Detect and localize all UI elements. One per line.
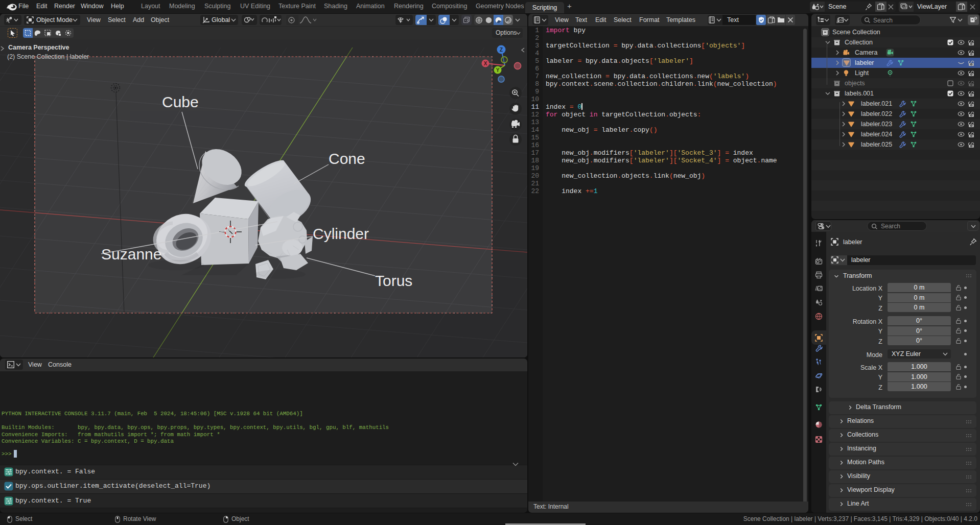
svg-text:(2) Scene Collection | labeler: (2) Scene Collection | labeler [7,53,89,60]
svg-text:Cube: Cube [162,93,199,110]
svg-text:X: X [484,61,487,66]
svg-text:Cone: Cone [329,150,365,167]
svg-text:Suzanne: Suzanne [101,246,161,262]
svg-text:Torus: Torus [375,272,412,289]
svg-text:Cylinder: Cylinder [313,225,369,242]
svg-text:Z: Z [500,47,503,53]
svg-text:Y: Y [496,67,500,73]
svg-text:Camera Perspective: Camera Perspective [8,44,69,51]
